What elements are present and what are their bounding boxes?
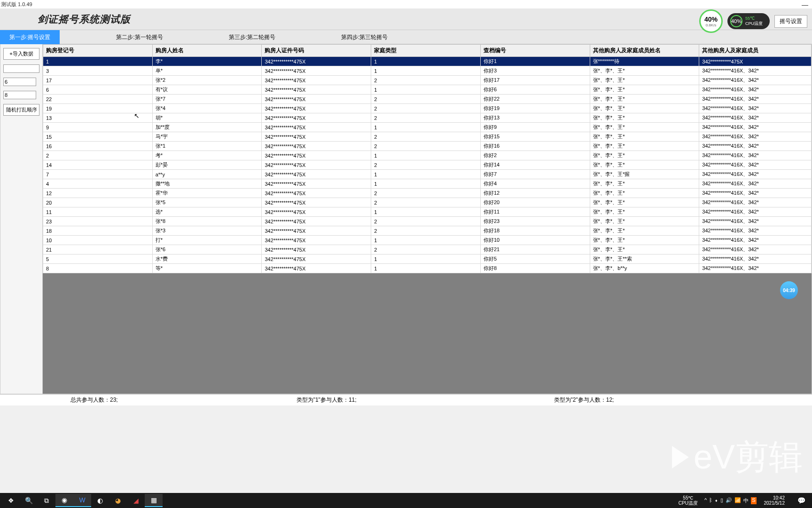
table-cell: 6	[43, 85, 153, 95]
table-cell: 1	[371, 123, 481, 132]
table-cell: 2	[371, 95, 481, 104]
table-cell: 342**********475X	[262, 236, 371, 245]
import-data-button[interactable]: +导入数据	[3, 48, 39, 60]
app-icon-1[interactable]: ◐	[91, 494, 109, 507]
network-gauge[interactable]: 40% 0.8K/s	[699, 9, 723, 33]
table-row[interactable]: 1李*342**********475X1你好1张********待342***…	[43, 57, 812, 66]
table-row[interactable]: 2考*342**********475X1你好2张*、李*、王*342*****…	[43, 151, 812, 160]
tray-up-icon[interactable]: ^	[704, 497, 707, 504]
table-cell: 3	[43, 66, 153, 76]
table-header[interactable]: 购房人证件号码	[262, 45, 371, 57]
lottery-settings-button[interactable]: 摇号设置	[774, 15, 807, 28]
table-cell: 张*、李*、王*	[590, 95, 699, 104]
table-cell: 4	[43, 179, 153, 189]
table-cell: 2	[371, 113, 481, 123]
table-header[interactable]: 购房人姓名	[152, 45, 262, 57]
table-cell: 342**********416X、342*	[699, 85, 812, 95]
table-cell: 你好2	[480, 151, 590, 160]
tray-cpu-temp[interactable]: 55℃ CPU温度	[679, 495, 698, 506]
tray-wifi-icon[interactable]: 📶	[734, 497, 741, 504]
tray-sogou-icon[interactable]: S	[751, 497, 756, 504]
table-row[interactable]: 10打*342**********475X1你好10张*、李*、王*342***…	[43, 236, 812, 245]
table-cell: 张*8	[152, 217, 262, 226]
table-cell: 你好19	[480, 104, 590, 113]
table-row[interactable]: 16张*1342**********475X2你好16张*、李*、王*342**…	[43, 142, 812, 151]
minimize-icon[interactable]: —	[802, 1, 808, 8]
table-cell: 342**********475X	[262, 198, 371, 207]
table-cell: 张*、李*、王*	[590, 85, 699, 95]
table-row[interactable]: 3单*342**********475X1你好3张*、李*、王*342*****…	[43, 66, 812, 76]
table-cell: 18	[43, 226, 153, 236]
table-row[interactable]: 21张*6342**********475X2你好21张*、李*、王*342**…	[43, 245, 812, 254]
table-cell: 张*6	[152, 245, 262, 254]
table-row[interactable]: 4撒**地342**********475X1你好4张*、李*、王*342***…	[43, 179, 812, 189]
table-row[interactable]: 5水*费342**********475X1你好5张*、李*、王**索342**…	[43, 254, 812, 264]
tab-step-2[interactable]: 第二步:第一轮摇号	[107, 30, 172, 44]
sidebar-input-3[interactable]	[3, 91, 36, 99]
app-icon-2[interactable]: ◕	[109, 494, 127, 507]
chrome-icon[interactable]: ◉	[55, 494, 73, 507]
table-row[interactable]: 8等*342**********475X1你好8张*、李*、b**y342***…	[43, 264, 812, 273]
tray-battery-icon[interactable]: ▯	[720, 497, 723, 504]
task-view-icon[interactable]: ⧉	[38, 494, 55, 507]
table-cell: 张*、李*、王*	[590, 207, 699, 217]
tray-volume-icon[interactable]: 🔊	[726, 497, 732, 504]
table-row[interactable]: 12霍*华342**********475X2你好12张*、李*、王*342**…	[43, 189, 812, 198]
table-cell: 2	[371, 217, 481, 226]
float-timer-badge[interactable]: 04:39	[780, 281, 798, 299]
table-row[interactable]: 23张*8342**********475X2你好23张*、李*、王*342**…	[43, 217, 812, 226]
current-app-icon[interactable]: ▦	[145, 494, 163, 507]
table-header[interactable]: 其他购房人及家庭成员	[699, 45, 812, 57]
table-row[interactable]: 6有*议342**********475X1你好6张*、李*、王*342****…	[43, 85, 812, 95]
table-cell: 342**********416X、342*	[699, 236, 812, 245]
shuffle-button[interactable]: 随机打乱顺序	[3, 104, 39, 116]
table-cell: 342**********416X、342*	[699, 113, 812, 123]
table-cell: 你好3	[480, 66, 590, 76]
tray-clock[interactable]: 10:42 2021/5/12	[764, 495, 785, 506]
table-row[interactable]: 20张*5342**********475X2你好20张*、李*、王*342**…	[43, 198, 812, 207]
table-row[interactable]: 17张*2342**********475X2你好17张*、李*、王*342**…	[43, 76, 812, 85]
table-cell: 1	[371, 179, 481, 189]
table-cell: 张*4	[152, 104, 262, 113]
word-icon[interactable]: W	[73, 494, 91, 507]
table-cell: 342**********416X、342*	[699, 217, 812, 226]
table-header[interactable]: 购房登记号	[43, 45, 153, 57]
table-row[interactable]: 15马*宇342**********475X2你好15张*、李*、王*342**…	[43, 132, 812, 142]
tray-bluetooth-icon[interactable]: ᛒ	[709, 497, 712, 504]
search-icon[interactable]: 🔍	[20, 494, 38, 507]
table-cell: 12	[43, 189, 153, 198]
table-cell: 张*、李*、王*	[590, 245, 699, 254]
table-row[interactable]: 22张*7342**********475X2你好22张*、李*、王*342**…	[43, 95, 812, 104]
tray-ime-icon[interactable]: 中	[743, 497, 749, 504]
sidebar-input-2[interactable]	[3, 78, 36, 86]
table-header[interactable]: 其他购房人及家庭成员姓名	[590, 45, 699, 57]
table-cell: 342**********475X	[262, 207, 371, 217]
table-cell: 2	[371, 226, 481, 236]
table-row[interactable]: 9加**度342**********475X1你好9张*、李*、王*342***…	[43, 123, 812, 132]
table-row[interactable]: 18张*3342**********475X2你好18张*、李*、王*342**…	[43, 226, 812, 236]
table-cell: 2	[43, 151, 153, 160]
table-cell: 张*、李*、王*	[590, 113, 699, 123]
app-icon-3[interactable]: ◢	[127, 494, 145, 507]
table-row[interactable]: 11选*342**********475X1你好11张*、李*、王*342***…	[43, 207, 812, 217]
table-row[interactable]: 19张*4342**********475X2你好19张*、李*、王*342**…	[43, 104, 812, 113]
tray-icons[interactable]: ^ ᛒ ⬧ ▯ 🔊 📶 中 S	[704, 497, 757, 504]
tray-shield-icon[interactable]: ⬧	[715, 497, 718, 504]
table-header[interactable]: 家庭类型	[371, 45, 481, 57]
table-row[interactable]: 7a**y342**********475X1你好7张*、李*、王*握342**…	[43, 170, 812, 179]
table-cell: 342**********475X	[699, 57, 812, 66]
tab-step-1[interactable]: 第一步:摇号设置	[0, 30, 60, 44]
table-header[interactable]: 查档编号	[480, 45, 590, 57]
sidebar-input-1[interactable]	[3, 64, 39, 73]
notification-icon[interactable]: 💬	[792, 494, 810, 507]
table-row[interactable]: 14彭*晏342**********475X2你好14张*、李*、王*342**…	[43, 160, 812, 170]
data-table-container[interactable]: 购房登记号购房人姓名购房人证件号码家庭类型查档编号其他购房人及家庭成员姓名其他购…	[43, 44, 812, 394]
tab-step-4[interactable]: 第四步:第三轮摇号	[332, 30, 397, 44]
table-row[interactable]: 13胡*342**********475X2你好13张*、李*、王*342***…	[43, 113, 812, 123]
start-icon[interactable]: ❖	[2, 494, 20, 507]
tab-step-3[interactable]: 第三步:第二轮摇号	[219, 30, 285, 44]
cpu-gauge[interactable]: 40% 55℃ CPU温度	[727, 13, 770, 29]
table-cell: 选*	[152, 207, 262, 217]
table-cell: 张*、李*、王*	[590, 160, 699, 170]
step-tabs: 第一步:摇号设置第二步:第一轮摇号第三步:第二轮摇号第四步:第三轮摇号	[0, 30, 812, 44]
